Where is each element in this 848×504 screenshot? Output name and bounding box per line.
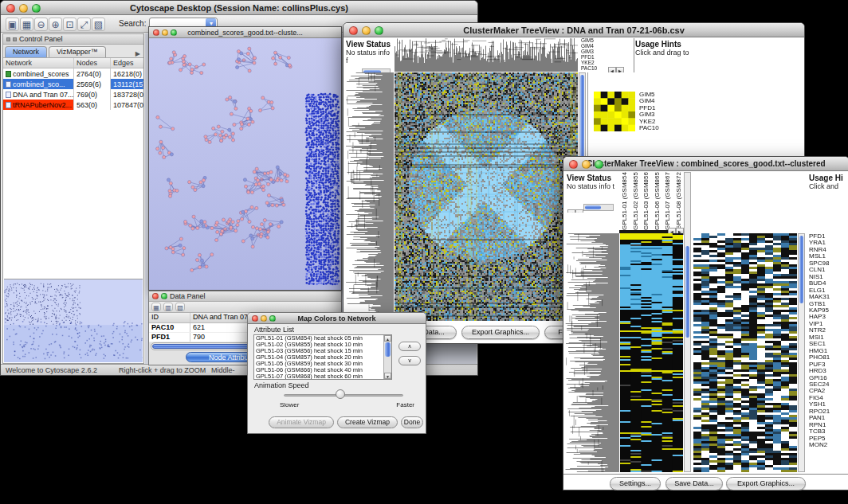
gene-label[interactable]: MON2 [809,442,848,448]
close-icon[interactable] [349,26,358,35]
close-icon[interactable] [569,160,578,169]
slower-label: Slower [280,401,299,408]
heatmap-vscrollbar[interactable] [684,172,691,472]
desktop: Cytoscape Desktop (Session Name: collins… [0,0,848,504]
secondary-heatmap-canvas[interactable] [693,233,797,472]
list-vscrollbar[interactable]: ▲ ▼ [383,335,391,379]
zoom-in-icon[interactable]: ⊕ [49,18,62,31]
create-vizmap-button[interactable]: Create Vizmap [337,416,398,428]
correlation-matrix-canvas[interactable] [594,92,635,131]
network-name: combined_sco... [13,80,65,88]
panel-close-icon[interactable] [13,37,17,41]
minimize-icon[interactable] [582,160,591,169]
close-icon[interactable] [252,315,258,322]
gene-label-list: PFD1YRA1RNR4MSL1SPC98CLN1NIS1BUD4ELG1MAK… [809,233,848,451]
move-down-button[interactable]: ∨ [398,356,421,365]
column-header-label[interactable]: GPL51-01 (GSM854 [619,172,630,230]
heatmap-canvas[interactable] [620,233,683,472]
column-header-label[interactable]: GPL51-03 (GSM856 [641,172,652,230]
secondary-vscrollbar[interactable] [798,233,805,472]
column-header-label[interactable]: GPL51-02 (GSM855 [630,172,642,230]
move-up-button[interactable]: ∧ [398,342,421,351]
row-dendrogram-canvas[interactable] [565,233,619,472]
maximize-icon[interactable] [375,26,383,35]
network-list: combined_scores 2764(0) 16218(0) combine… [3,68,143,110]
network-overview-thumbnail[interactable] [4,279,143,362]
minimize-icon[interactable] [261,315,267,322]
scroll-left-icon[interactable]: ◀ [567,209,575,213]
column-header-id[interactable]: ID [149,313,190,322]
view-status-text: No status info t [567,182,618,190]
save-session-icon[interactable]: ▦ [20,18,33,31]
tab-network[interactable]: Network [5,46,47,57]
zoom-fit-icon[interactable]: ⤢ [77,18,91,31]
scrollbar-thumb[interactable] [799,236,803,303]
data-panel-header[interactable]: Data Panel [149,291,341,302]
network-row[interactable]: combined_scores 2764(0) 16218(0) [3,68,143,79]
view-status-panel: View Status No status info t [567,174,618,202]
tab-vizmapper[interactable]: VizMapper™ [49,46,106,57]
attribute-list-label: Attribute List [254,326,294,334]
status-welcome: Welcome to Cytoscape 2.6.2 [6,366,97,374]
column-header-network[interactable]: Network [3,58,74,68]
settings-button[interactable]: Settings... [610,477,661,490]
export-graphics-button[interactable]: Export Graphics... [461,326,540,339]
done-button[interactable]: Done [401,416,423,428]
treeview-titlebar[interactable]: ClusterMaker TreeView : DNA and Tran 07-… [344,23,804,37]
scrollbar-thumb[interactable] [685,246,689,338]
close-icon[interactable] [153,29,159,36]
scrollbar-track[interactable] [583,204,614,211]
close-icon[interactable] [6,4,15,13]
scroll-right-icon[interactable]: ▶ [575,209,583,213]
save-data-button[interactable]: Save Data... [665,477,723,490]
minimize-icon[interactable] [19,4,28,13]
float-icon[interactable] [161,293,167,299]
treeview-titlebar[interactable]: ClusterMaker TreeView : combined_scores_… [563,157,848,171]
network-list-empty-area [3,110,143,278]
maximize-icon[interactable] [171,29,177,36]
select-attributes-icon[interactable]: ▥ [163,303,173,311]
scroll-up-icon[interactable]: ▲ [384,335,391,342]
close-icon[interactable] [152,293,159,299]
zoom-out-icon[interactable]: ⊖ [34,18,48,31]
data-panel-toolbar: ▦▥▧ [149,302,341,313]
attribute-function-icon[interactable]: ▧ [175,303,185,311]
network-row[interactable]: DNA and Tran 07... 769(0) 183728(0) [3,89,143,100]
minimize-icon[interactable] [362,26,371,35]
scroll-down-icon[interactable]: ▼ [384,373,391,379]
dialog-titlebar[interactable]: Map Colors to Network [248,313,426,324]
zoom-selected-icon[interactable]: ⊡ [63,18,77,31]
network-row[interactable]: tRNAPuberNov2... 563(0) 107847(0) [3,100,143,110]
control-panel-header[interactable]: Control Panel [3,34,143,45]
scrollbar-thumb[interactable] [585,205,601,209]
tab-overflow-icon[interactable]: ▶ [135,50,142,57]
network-row[interactable]: combined_sco... 2569(6) 13112(15) [3,79,143,89]
matrix-label[interactable]: PAC10 [639,125,687,131]
minimize-icon[interactable] [162,29,168,36]
attribute-item[interactable]: GPL51-07 (GSM868) heat shock 60 min [254,373,391,380]
animate-vizmap-button[interactable]: Animate Vizmap [269,416,334,428]
open-session-icon[interactable]: ▣ [6,18,19,31]
heatmap-canvas[interactable] [395,72,578,321]
row-dendrogram-canvas[interactable] [346,72,394,321]
panel-float-icon[interactable] [6,37,10,41]
cytoscape-titlebar[interactable]: Cytoscape Desktop (Session Name: collins… [1,1,477,15]
column-header-nodes[interactable]: Nodes [74,58,111,68]
speed-slider-thumb[interactable] [336,389,345,399]
network-view-titlebar[interactable]: combined_scores_good.txt--cluste... [149,27,341,38]
network-graph-canvas[interactable] [149,38,341,290]
maximize-icon[interactable] [269,315,276,322]
search-label: Search: [119,19,146,28]
scrollbar-thumb[interactable] [385,342,391,357]
attribute-table-icon[interactable]: ▦ [151,303,161,311]
scrollbar-thumb[interactable] [580,75,584,158]
column-dendrogram-canvas[interactable] [395,38,578,72]
maximize-icon[interactable] [32,4,41,13]
column-header-label[interactable]: GPL51-06 (GSM865 [652,172,663,230]
window-title: Cytoscape Desktop (Session Name: collins… [130,3,348,13]
maximize-icon[interactable] [595,160,603,169]
column-header-edges[interactable]: Edges [111,58,143,68]
column-label[interactable]: PAC10 [581,66,608,72]
export-graphics-button[interactable]: Export Graphics... [726,477,806,490]
snapshot-icon[interactable]: ▧ [92,18,105,31]
